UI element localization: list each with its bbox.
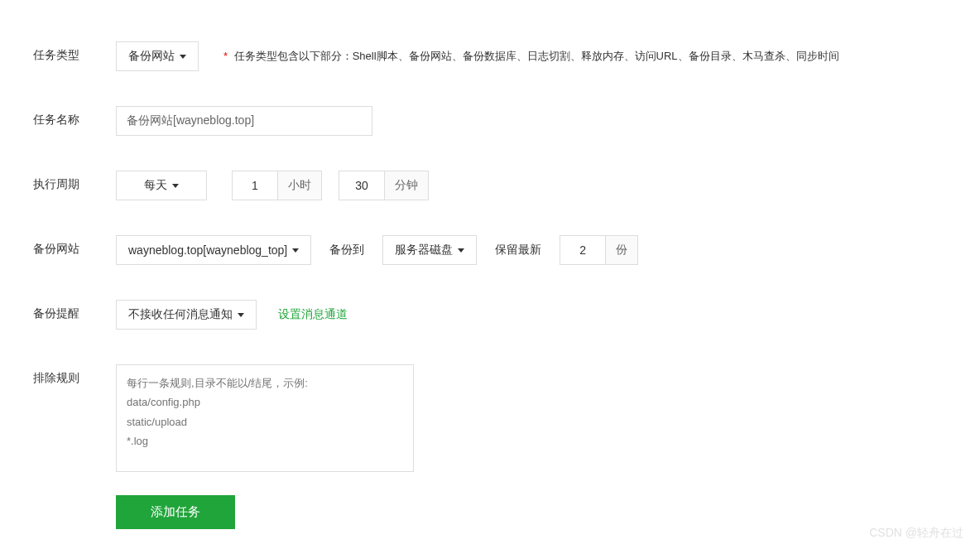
- task-type-value: 备份网站: [128, 49, 175, 64]
- hour-input-group: 小时: [232, 171, 322, 200]
- keep-unit: 份: [606, 235, 638, 265]
- task-name-label: 任务名称: [33, 106, 116, 128]
- exclude-label: 排除规则: [33, 364, 116, 386]
- caret-down-icon: [172, 184, 179, 188]
- caret-down-icon: [458, 248, 464, 253]
- minute-unit: 分钟: [385, 171, 429, 200]
- task-type-dropdown[interactable]: 备份网站: [116, 41, 199, 71]
- submit-row: 添加任务: [116, 495, 947, 529]
- backup-site-row: 备份网站 wayneblog.top[wayneblog_top] 备份到 服务…: [33, 235, 947, 265]
- keep-label: 保留最新: [495, 243, 541, 258]
- site-value: wayneblog.top[wayneblog_top]: [128, 243, 287, 257]
- minute-input-group: 分钟: [339, 171, 429, 200]
- keep-count-input[interactable]: [560, 235, 606, 265]
- task-name-input[interactable]: [116, 106, 372, 136]
- backup-site-label: 备份网站: [33, 235, 116, 257]
- task-name-row: 任务名称: [33, 106, 947, 136]
- add-task-button[interactable]: 添加任务: [116, 495, 235, 529]
- cycle-row: 执行周期 每天 小时 分钟: [33, 171, 947, 200]
- backup-to-dropdown[interactable]: 服务器磁盘: [382, 235, 477, 265]
- notify-dropdown[interactable]: 不接收任何消息通知: [116, 300, 257, 330]
- task-type-row: 任务类型 备份网站 * 任务类型包含以下部分：Shell脚本、备份网站、备份数据…: [33, 41, 947, 71]
- backup-to-label: 备份到: [329, 243, 364, 258]
- notify-label: 备份提醒: [33, 300, 116, 321]
- caret-down-icon: [292, 248, 299, 253]
- keep-input-group: 份: [560, 235, 638, 265]
- watermark-text: CSDN @轻舟在过: [869, 526, 963, 541]
- hour-unit: 小时: [278, 171, 322, 200]
- site-dropdown[interactable]: wayneblog.top[wayneblog_top]: [116, 235, 311, 265]
- task-type-hint: * 任务类型包含以下部分：Shell脚本、备份网站、备份数据库、日志切割、释放内…: [223, 49, 839, 64]
- notify-value: 不接收任何消息通知: [128, 307, 233, 322]
- cycle-frequency-dropdown[interactable]: 每天: [116, 171, 207, 200]
- notify-settings-link[interactable]: 设置消息通道: [278, 307, 348, 322]
- caret-down-icon: [180, 55, 186, 59]
- backup-to-value: 服务器磁盘: [395, 243, 453, 258]
- cycle-frequency-value: 每天: [144, 178, 167, 193]
- required-asterisk: *: [223, 50, 228, 62]
- caret-down-icon: [238, 313, 244, 317]
- hour-input[interactable]: [232, 171, 278, 200]
- notify-row: 备份提醒 不接收任何消息通知 设置消息通道: [33, 300, 947, 330]
- exclude-row: 排除规则: [33, 364, 947, 472]
- exclude-textarea[interactable]: [116, 364, 414, 472]
- minute-input[interactable]: [339, 171, 385, 200]
- cycle-label: 执行周期: [33, 171, 116, 192]
- task-type-label: 任务类型: [33, 41, 116, 63]
